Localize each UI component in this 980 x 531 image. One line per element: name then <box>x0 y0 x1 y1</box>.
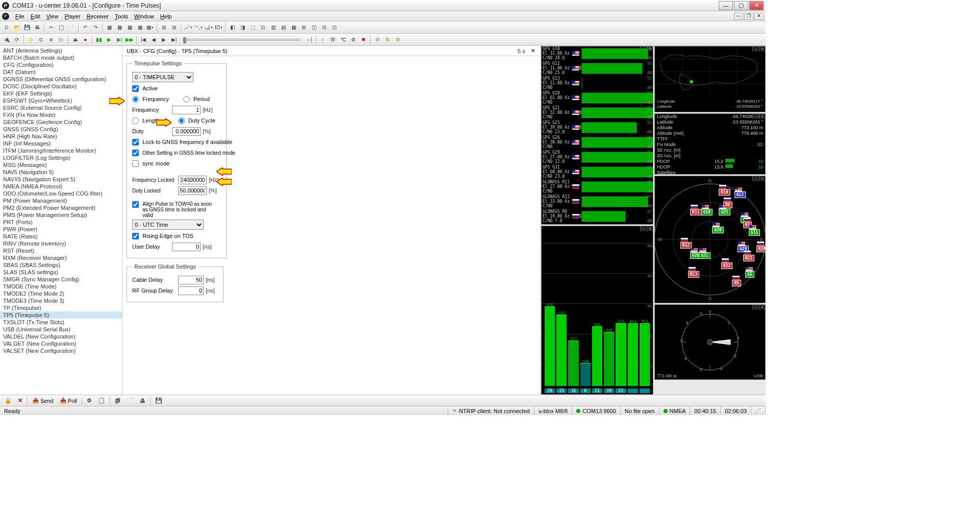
db3-icon[interactable]: ▦ <box>125 23 134 32</box>
panel-min-icon[interactable]: – <box>752 46 758 52</box>
cable-delay-input[interactable] <box>178 276 204 284</box>
ab-icon4[interactable]: 📄 <box>125 397 135 404</box>
wand-icon[interactable]: ✨ <box>26 35 35 44</box>
config-item[interactable]: SBAS (SBAS Settings) <box>0 261 122 269</box>
rf-delay-input[interactable] <box>178 286 204 295</box>
panel-close-icon[interactable]: x <box>759 176 765 181</box>
config-item[interactable]: TP5 (Timepulse 5) <box>0 311 122 319</box>
sat-icon[interactable]: ↕ <box>318 35 327 44</box>
config-item[interactable]: NMEA (NMEA Protocol) <box>0 183 122 190</box>
menu-help[interactable]: Help <box>157 12 175 20</box>
panel-close-icon[interactable]: x <box>759 114 765 119</box>
config-item[interactable]: RATE (Rates) <box>0 233 122 240</box>
panel-close-icon[interactable]: ✕ <box>529 47 536 54</box>
config-item[interactable]: HNR (High Nav Rate) <box>0 133 122 140</box>
length-radio[interactable] <box>132 117 139 124</box>
win5-icon[interactable]: ▥ <box>268 23 278 32</box>
config-item[interactable]: VALGET (New Configuration) <box>0 340 122 347</box>
send-button[interactable]: 📤 Send <box>31 397 55 404</box>
rising-edge-checkbox[interactable] <box>132 233 139 239</box>
frequency-radio[interactable] <box>132 96 139 103</box>
ab-icon5[interactable]: 🖶 <box>138 397 147 404</box>
config-item[interactable]: LOGFILTER (Log Settings) <box>0 154 122 161</box>
config-item[interactable]: TMODE (Time Mode) <box>0 283 122 290</box>
menu-player[interactable]: Player <box>61 12 83 20</box>
new-icon[interactable]: 🗋 <box>2 23 11 32</box>
db4-icon[interactable]: ▦ <box>135 23 144 32</box>
paste-icon[interactable]: 📄 <box>67 23 76 32</box>
win9-icon[interactable]: ◫ <box>309 23 318 32</box>
config-item[interactable]: DAT (Datum) <box>0 68 122 76</box>
config-item[interactable]: VALSET (New Configuration) <box>0 347 122 354</box>
freq-input[interactable] <box>172 106 201 114</box>
mdi-restore[interactable]: ❐ <box>744 13 753 20</box>
config-item[interactable]: DGNSS (Differential GNSS configuration) <box>0 76 122 83</box>
sync-mode-checkbox[interactable] <box>132 160 139 167</box>
win11-icon[interactable]: ⊡ <box>330 23 339 32</box>
ab-icon3[interactable]: 🗐 <box>113 397 122 404</box>
target-icon[interactable]: ⊙ <box>36 35 45 44</box>
minimize-button[interactable]: — <box>719 1 733 10</box>
grid1-icon[interactable]: ⊞ <box>159 23 168 32</box>
gear2-icon[interactable]: ⚙ <box>383 35 392 44</box>
pause-icon[interactable]: ▮▮ <box>94 35 104 44</box>
open-icon[interactable]: 📂 <box>12 23 21 32</box>
menu-edit[interactable]: Edit <box>28 12 43 20</box>
freq-locked-input[interactable] <box>178 176 207 184</box>
ab-icon6[interactable]: 💾 <box>154 397 164 404</box>
config-item[interactable]: GEOFENCE (Geofence Config) <box>0 118 122 126</box>
step-icon[interactable]: ▶| <box>115 35 124 44</box>
config-item[interactable]: PWR (Power) <box>0 226 122 233</box>
config-item[interactable]: SLAS (SLAS settings) <box>0 269 122 276</box>
config-item[interactable]: DOSC (Disciplined Oscillator) <box>0 83 122 90</box>
record-icon[interactable]: ● <box>81 35 90 44</box>
menu-tools[interactable]: Tools <box>112 12 131 20</box>
sat4-icon[interactable]: ⚙ <box>349 35 358 44</box>
config-item[interactable]: PMS (Power Management Setup) <box>0 211 122 219</box>
menu-icon[interactable]: →| <box>304 35 313 44</box>
win3-icon[interactable]: ⬚ <box>248 23 257 32</box>
config-item[interactable]: ODO (Odometer/Low-Speed COG filter) <box>0 190 122 197</box>
sat5-icon[interactable]: ✱ <box>359 35 368 44</box>
sat3-icon[interactable]: ℃ <box>338 35 348 44</box>
skip-start-icon[interactable]: |◀ <box>139 35 148 44</box>
config-item[interactable]: TMODE3 (Time Mode 3) <box>0 297 122 304</box>
gear1-icon[interactable]: ⚙ <box>373 35 382 44</box>
panel-min-icon[interactable]: – <box>752 305 758 310</box>
config-item[interactable]: INF (Inf Messages) <box>0 140 122 147</box>
db1-icon[interactable]: ▦ <box>105 23 114 32</box>
config-item[interactable]: SMGR (Sync Manager Config) <box>0 276 122 283</box>
config-item[interactable]: NAVX5 (Navigation Expert 5) <box>0 176 122 183</box>
timepulse-select[interactable]: 0 - TIMEPULSE <box>132 72 193 82</box>
saveas-icon[interactable]: 🖶 <box>33 23 42 32</box>
panel-min-icon[interactable]: – <box>752 176 758 181</box>
lock-icon[interactable]: 🔒 <box>3 397 13 404</box>
redo-icon[interactable]: ↷ <box>91 23 100 32</box>
win4-icon[interactable]: ⊡ <box>258 23 267 32</box>
config-item[interactable]: VALDEL (New Configuration) <box>0 333 122 340</box>
close-button[interactable]: ✕ <box>749 1 764 10</box>
config-item[interactable]: USB (Universal Serial Bus) <box>0 326 122 333</box>
config-item[interactable]: ITFM (Jamming/Interference Monitor) <box>0 147 122 154</box>
panel-close-icon[interactable]: x <box>759 46 765 52</box>
win10-icon[interactable]: ⊟ <box>320 23 329 32</box>
config-item[interactable]: FXN (Fix Now Mode) <box>0 111 122 118</box>
prev-icon[interactable]: ◀ <box>149 35 158 44</box>
maximize-button[interactable]: ▢ <box>734 1 748 10</box>
baud-icon[interactable]: ⟳ <box>12 35 21 44</box>
undo-icon[interactable]: ↶ <box>81 23 90 32</box>
config-item[interactable]: PM (Power Management) <box>0 197 122 204</box>
db2-icon[interactable]: ▦ <box>115 23 124 32</box>
config-item[interactable]: TXSLOT (Tx Time Slots) <box>0 319 122 326</box>
misc-icon[interactable]: ※ <box>46 35 56 44</box>
config-item[interactable]: PM2 (Extended Power Management) <box>0 204 122 211</box>
tri-icon[interactable]: ▷ <box>57 35 66 44</box>
active-checkbox[interactable] <box>132 85 139 92</box>
ab-icon1[interactable]: ⚙ <box>85 397 93 404</box>
config-item[interactable]: ESFGWT (Gyro+Wheeltick) <box>0 97 122 104</box>
save-icon[interactable]: 💾 <box>22 23 32 32</box>
chart4-icon[interactable]: 🗠 <box>214 23 223 32</box>
config-item[interactable]: TP (Timepulse) <box>0 304 122 311</box>
gear3-icon[interactable]: ⚙ <box>393 35 402 44</box>
skip-end-icon[interactable]: ▶| <box>169 35 179 44</box>
